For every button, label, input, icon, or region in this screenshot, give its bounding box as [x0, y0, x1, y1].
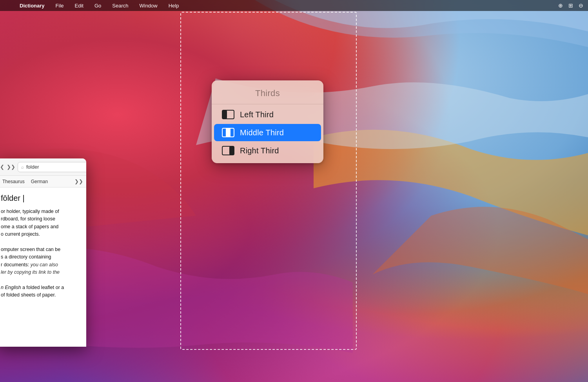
tab-german[interactable]: German — [29, 177, 50, 186]
notification-icon[interactable]: ⊖ — [579, 2, 583, 9]
middle-third-item[interactable]: Middle Third — [214, 124, 321, 141]
menubar-right: ⊕ ⊞ ⊖ — [558, 2, 583, 9]
right-third-icon — [222, 146, 234, 155]
left-third-label: Left Third — [240, 110, 274, 119]
dict-back-button[interactable]: ❮ — [0, 162, 4, 172]
dict-content: fōlder | or holder, typically made of rd… — [0, 187, 86, 304]
control-center-icon[interactable]: ⊞ — [568, 2, 573, 9]
menubar: Dictionary File Edit Go Search Window He… — [0, 0, 588, 11]
menu-go[interactable]: Go — [92, 2, 103, 9]
dict-search-box: ⌕ ✕ — [18, 162, 86, 172]
right-third-label: Right Third — [240, 146, 279, 155]
dict-search-input[interactable] — [26, 164, 86, 170]
menu-edit[interactable]: Edit — [73, 2, 86, 9]
menu-help[interactable]: Help — [166, 2, 181, 9]
popup-divider — [212, 104, 323, 104]
dict-tabs: Thesaurus German ❯❯ — [0, 176, 86, 187]
dict-word-heading: fōlder | — [1, 192, 82, 204]
svg-rect-1 — [222, 110, 227, 119]
wifi-icon[interactable]: ⊕ — [558, 2, 563, 9]
dict-tab-more-arrow[interactable]: ❯❯ — [74, 178, 83, 184]
right-third-item[interactable]: Right Third — [214, 142, 321, 159]
svg-rect-5 — [229, 146, 234, 155]
dict-search-icon: ⌕ — [21, 164, 24, 170]
thirds-popup: Thirds Left Third Middle Third Right Thi… — [212, 80, 323, 163]
popup-title: Thirds — [212, 80, 323, 104]
dict-toolbar: ❮ ❯❯ ⌕ ✕ — [0, 158, 86, 176]
menu-app-name[interactable]: Dictionary — [17, 2, 47, 9]
menu-window[interactable]: Window — [137, 2, 160, 9]
wave-layer — [0, 0, 588, 382]
left-third-icon — [222, 110, 234, 119]
dictionary-window: ❮ ❯❯ ⌕ ✕ Thesaurus German ❯❯ fōlder | or… — [0, 158, 86, 347]
left-third-item[interactable]: Left Third — [214, 106, 321, 123]
apple-menu[interactable] — [5, 5, 9, 6]
middle-third-label: Middle Third — [240, 128, 284, 137]
svg-rect-3 — [226, 128, 230, 137]
dict-definition: or holder, typically made of rdboard, fo… — [1, 208, 82, 299]
middle-third-icon — [222, 128, 234, 137]
menu-search[interactable]: Search — [110, 2, 131, 9]
dict-forward-button[interactable]: ❯❯ — [7, 162, 15, 172]
menu-file[interactable]: File — [53, 2, 66, 9]
tab-thesaurus[interactable]: Thesaurus — [0, 177, 27, 186]
